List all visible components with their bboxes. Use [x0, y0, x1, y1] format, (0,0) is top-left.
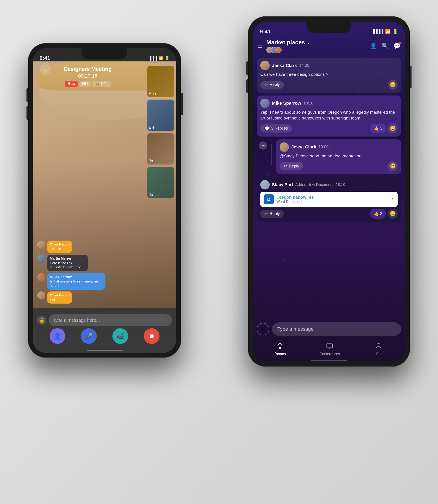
bubble-name-1: Oliva Herold [50, 242, 70, 246]
video-tile-3[interactable]: Jo [147, 133, 174, 165]
svg-rect-1 [279, 347, 281, 349]
message-4: Stacy Port Added New Document 18:10 D Or… [257, 177, 401, 222]
message-2-actions: 💬 3 Replies 👍 3 😊 [260, 124, 398, 133]
thumb-up-icon-4: 👍 [374, 211, 379, 216]
bubble-content-1: Oliva Herold Thanks ! [47, 241, 72, 253]
emoji-button-2[interactable]: 😊 [388, 124, 398, 133]
left-phone-screen: Ada Ele Jo Jo 9:41 ▐▐▐ 📶 🔋 [33, 48, 176, 353]
channel-name: Market places [266, 39, 305, 46]
left-message-input[interactable]: Type a message here... [48, 314, 172, 326]
signal-bars-icon: ▐▐▐▐ [372, 29, 383, 34]
message-3-actions: ↩ Reply 😊 [280, 161, 398, 171]
bubble-content-4: Oliva Herold Hello ! [47, 292, 72, 304]
like-button-4[interactable]: 👍 3 [370, 209, 386, 219]
message-3-time: 19:00 [318, 145, 328, 149]
stacy-avatar [260, 180, 270, 189]
participants-button[interactable]: 👤 [50, 328, 65, 344]
message-input[interactable]: Type a message [272, 322, 401, 336]
right-volume-down[interactable] [246, 79, 248, 93]
conferences-icon [325, 341, 335, 351]
message-3-author: Jessa Clark [291, 144, 316, 149]
nav-conferences[interactable]: Conferences [319, 341, 340, 356]
nav-rooms[interactable]: Rooms [274, 341, 286, 356]
video-tile-2[interactable]: Ele [147, 100, 174, 131]
right-power[interactable] [410, 66, 412, 88]
call-badges: Rec HD 🧑‍🤝‍🧑 99+ [65, 81, 111, 87]
scene: Ada Ele Jo Jo 9:41 ▐▐▐ 📶 🔋 [28, 17, 410, 487]
nav-you[interactable]: You [374, 341, 383, 356]
notifications-icon[interactable]: 💬 [393, 42, 400, 50]
emoji-button-3[interactable]: 😊 [388, 161, 398, 171]
reply-button-3[interactable]: ↩ Reply [280, 162, 303, 170]
message-3-wrapper: ↩ Jessa Clark 19:00 @Stacy Please send m… [259, 139, 401, 174]
volume-up-button[interactable] [26, 88, 28, 102]
search-icon[interactable]: 🔍 [382, 42, 389, 50]
reply-button-1[interactable]: ↩ Reply [260, 81, 284, 89]
chat-bubble-2: Martin Melzer Here is the link https://l… [37, 255, 141, 271]
emoji-button-4[interactable]: 😊 [388, 209, 398, 219]
external-link-icon[interactable]: ↗ [390, 197, 394, 202]
reply-icon-1: ↩ [264, 82, 268, 87]
right-wifi-icon: 📶 [385, 29, 391, 34]
emoji-button-1[interactable]: 😊 [388, 80, 398, 90]
bubble-text-1: Thanks ! [50, 247, 70, 251]
header-action-buttons: 👤 🔍 💬 [370, 42, 400, 50]
record-icon: ⏺ [149, 333, 155, 340]
add-person-icon[interactable]: 👤 [370, 42, 377, 50]
tile-label-4: Jo [149, 192, 153, 197]
doc-title: Oregon nanowires [276, 195, 387, 200]
tile-label-1: Ada [149, 92, 156, 96]
replies-button-2[interactable]: 💬 3 Replies [260, 125, 292, 133]
video-tile-4[interactable]: Jo [147, 167, 174, 198]
record-button[interactable]: ⏺ [144, 328, 160, 344]
collapse-button[interactable]: ⌄ [40, 64, 51, 75]
left-input-placeholder: Type a message here... [53, 318, 100, 323]
message-1-author: Jessa Clark [272, 63, 297, 68]
reply-label-1: Reply [270, 82, 280, 87]
conferences-label: Conferences [319, 352, 340, 356]
add-attachment-button[interactable]: + [257, 323, 269, 336]
like-count-4: 3 [380, 211, 382, 216]
right-notch [307, 21, 351, 33]
document-card[interactable]: D Oregon nanowires Word Document ↗ [260, 192, 398, 207]
bubble-text-4: Hello ! [50, 297, 70, 302]
reply-button-4[interactable]: ↩ Reply [260, 210, 284, 218]
you-icon [374, 341, 383, 351]
channel-title: Market places ⌄ [266, 39, 370, 46]
call-title: Designers Meeting [64, 66, 111, 72]
dropdown-icon[interactable]: ⌄ [307, 40, 310, 45]
message-input-area: + Type a message [253, 320, 405, 338]
bubble-content-3: Mika Sparrow Is that possible to send me… [47, 273, 105, 290]
right-status-icons: ▐▐▐▐ 📶 🔋 [372, 29, 398, 34]
bubble-name-2: Martin Melzer [50, 256, 85, 260]
bubble-text-3: Is that possible to send me a link here … [50, 279, 103, 288]
like-button-2[interactable]: 👍 3 [370, 124, 386, 133]
bubble-content-2: Martin Melzer Here is the link https://l… [47, 255, 88, 271]
volume-down-button[interactable] [26, 106, 28, 120]
right-volume-up[interactable] [246, 62, 248, 75]
wifi-icon: 📶 [158, 56, 163, 61]
message-2-meta: Mike Sparrow 18:10 [260, 99, 398, 108]
message-4-actions: ↩ Reply 👍 3 😊 [260, 209, 398, 219]
power-button[interactable] [181, 93, 183, 115]
svg-point-5 [377, 344, 380, 346]
video-tile-1[interactable]: Ada [147, 66, 174, 97]
reply-arrow-icon: ↩ [259, 141, 267, 149]
microphone-button[interactable]: 🎤 [81, 328, 97, 344]
tile-label-2: Ele [149, 125, 155, 130]
left-message-input-area: 🔒 Type a message here... [37, 314, 172, 326]
menu-button[interactable]: ☰ [258, 42, 263, 50]
signal-icon: ▐▐▐ [149, 56, 157, 61]
reply-label-4: Reply [270, 211, 280, 216]
camera-button[interactable]: 📹 [112, 328, 128, 344]
left-phone: Ada Ele Jo Jo 9:41 ▐▐▐ 📶 🔋 [28, 43, 181, 357]
jessa-avatar-1 [260, 61, 270, 70]
message-2-author: Mike Sparrow [272, 101, 301, 106]
reply-label-3: Reply [289, 164, 299, 168]
left-clock: 9:41 [40, 55, 50, 61]
right-battery-icon: 🔋 [393, 29, 398, 34]
doc-type: Word Document [276, 200, 387, 204]
message-4-header: Stacy Port Added New Document 18:10 [260, 180, 398, 189]
reply-icon-3: ↩ [284, 164, 287, 168]
thumb-up-icon-2: 👍 [374, 126, 379, 131]
